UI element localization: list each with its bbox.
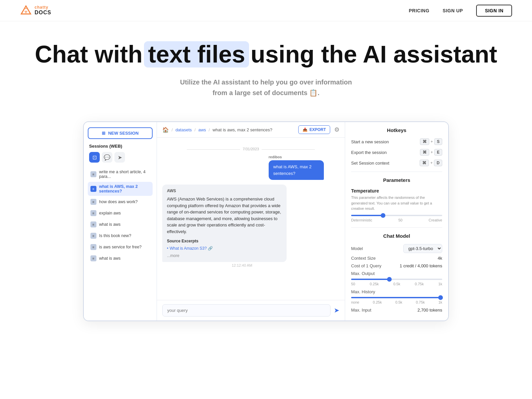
session-icon-group: ⊡ 💬 ➤ [88, 152, 153, 163]
hero-section: Chat with text files using the AI assist… [0, 21, 532, 108]
session-item[interactable]: ≡ how does aws work? [88, 197, 153, 207]
sidebar: ⊞ NEW SESSION Sessions (WEB) ⊡ 💬 ➤ ≡ wri… [84, 122, 157, 321]
session-item-icon-active: ≡ [90, 186, 96, 192]
max-output-label: Max. Output [351, 271, 375, 276]
session-item[interactable]: ≡ what is aws [88, 253, 153, 264]
session-item-icon: ≡ [90, 244, 96, 250]
cost-label: Cost of 1 Query [351, 263, 381, 268]
hero-title-part1: Chat with [35, 41, 143, 67]
bot-message-row: AWS AWS (Amazon Web Services) is a compr… [162, 185, 339, 267]
session-icon-send[interactable]: ➤ [114, 152, 125, 163]
breadcrumb-aws[interactable]: aws [198, 127, 206, 132]
breadcrumb-home-icon[interactable]: 🏠 [162, 127, 169, 133]
output-tick3: 0.5k [393, 282, 400, 286]
history-tick4: 0.75k [416, 300, 425, 304]
hotkey-new-session: Start a new session ⌘ + S [351, 138, 442, 145]
output-tick5: 1k [438, 282, 442, 286]
breadcrumb-datasets[interactable]: datasets [176, 127, 192, 132]
max-history-row: Max. History [351, 289, 442, 294]
max-history-slider[interactable] [351, 297, 442, 298]
new-session-icon: ⊞ [102, 131, 105, 136]
history-tick3: 0.5k [395, 300, 402, 304]
temp-label: Temperature [351, 188, 442, 194]
bot-text: AWS (Amazon Web Services) is a comprehen… [167, 196, 282, 235]
context-row: Context Size 4k [351, 256, 442, 261]
chat-settings-icon[interactable]: ⚙ [334, 126, 339, 133]
bot-bubble: AWS AWS (Amazon Web Services) is a compr… [162, 185, 287, 262]
session-item-label: what is aws [99, 256, 121, 261]
params-title: Parameters [351, 177, 442, 183]
chat-send-button[interactable]: ➤ [334, 306, 339, 314]
temp-right-label: Creative [429, 218, 442, 222]
session-icon-chat[interactable]: 💬 [102, 152, 112, 163]
key-cmd: ⌘ [420, 138, 429, 145]
hotkey3-label: Set Session context [351, 161, 389, 166]
signin-button[interactable]: SIGN IN [476, 5, 512, 17]
new-session-label: NEW SESSION [108, 131, 139, 136]
session-item-active[interactable]: ≡ what is AWS, max 2 sentences? [88, 182, 153, 196]
hotkey2-label: Export the session [351, 150, 387, 155]
model-select[interactable]: gpt-3.5-turbo gpt-4 [403, 244, 442, 253]
hotkey-context: Set Session context ⌘ + D [351, 160, 442, 166]
context-label: Context Size [351, 256, 376, 261]
logo-chatty-text: chatty [35, 5, 51, 10]
source-excerpts: Source Excerpts • What is Amazon S3? 🔗 .… [167, 238, 282, 259]
chat-input-row: ➤ [157, 300, 345, 321]
session-item[interactable]: ≡ write me a short article, 4 para... [88, 167, 153, 181]
session-item[interactable]: ≡ is aws service for free? [88, 242, 153, 252]
session-item-label: explain aws [99, 211, 121, 215]
session-item-icon: ≡ [90, 210, 96, 216]
history-tick5: 1k [438, 300, 442, 304]
export-button[interactable]: 📤 EXPORT [298, 125, 330, 134]
temp-desc: This parameter affects the randomness of… [351, 195, 442, 211]
history-tick1: none [351, 300, 359, 304]
signup-link[interactable]: SIGN UP [443, 8, 463, 13]
panel-divider [351, 172, 442, 172]
session-item-label: how does aws work? [99, 200, 138, 204]
new-session-button[interactable]: ⊞ NEW SESSION [88, 127, 153, 139]
session-item-icon: ≡ [90, 233, 96, 239]
hotkey1-label: Start a new session [351, 139, 389, 144]
sessions-title: Sessions (WEB) [88, 144, 153, 149]
session-item-label: Is this book new? [99, 233, 131, 238]
session-item[interactable]: ≡ explain aws [88, 208, 153, 218]
breadcrumb-current: what is aws, max 2 sentences? [212, 127, 272, 132]
message-time: 12:12:40 AM [162, 263, 322, 267]
max-output-row: Max. Output [351, 271, 442, 276]
session-item[interactable]: ≡ Is this book new? [88, 230, 153, 241]
model-row: Model gpt-3.5-turbo gpt-4 [351, 244, 442, 253]
source-link[interactable]: • What is Amazon S3? 🔗 [167, 245, 282, 251]
export-icon: 📤 [303, 127, 308, 132]
temperature-slider[interactable] [351, 215, 442, 216]
session-item-label: write me a short article, 4 para... [99, 170, 150, 179]
params-divider [351, 227, 442, 228]
session-item-label-active: what is AWS, max 2 sentences? [99, 184, 150, 194]
temp-mid-label: 50 [398, 218, 402, 222]
chat-model-title: Chat Model [351, 233, 442, 239]
right-panel: Hotkeys Start a new session ⌘ + S Export… [345, 122, 448, 321]
session-icon-grid[interactable]: ⊡ [89, 152, 100, 163]
session-item-icon: ≡ [90, 255, 96, 261]
bot-label: AWS [167, 188, 282, 194]
app-screenshot: ⊞ NEW SESSION Sessions (WEB) ⊡ 💬 ➤ ≡ wri… [83, 121, 449, 321]
hero-title-part2: using the AI assistant [251, 41, 497, 67]
key-s: S [434, 138, 442, 145]
key-cmd: ⌘ [420, 160, 429, 166]
chat-input[interactable] [162, 304, 331, 317]
hero-subtitle-line1: Utilize the AI assistant to help you go … [13, 77, 519, 87]
temp-left-label: Deterministic [351, 218, 372, 222]
source-more[interactable]: ...more [167, 253, 282, 259]
chat-area: 🏠 / datasets / aws / what is aws, max 2 … [157, 122, 345, 321]
source-title: Source Excerpts [167, 238, 282, 244]
output-tick2: 0.25k [370, 282, 379, 286]
user-bubble: what is AWS, max 2 sentences? [269, 160, 324, 180]
logo[interactable]: chatty DOCS [20, 5, 51, 17]
logo-docs-text: DOCS [35, 10, 51, 16]
hero-subtitle: Utilize the AI assistant to help you go … [13, 77, 519, 98]
session-item[interactable]: ≡ what is aws [88, 219, 153, 230]
pricing-link[interactable]: PRICING [409, 8, 429, 13]
hero-title-highlight: text files [144, 41, 249, 67]
hero-title: Chat with text files using the AI assist… [13, 41, 519, 67]
max-output-slider[interactable] [351, 279, 442, 280]
svg-rect-3 [25, 8, 27, 9]
